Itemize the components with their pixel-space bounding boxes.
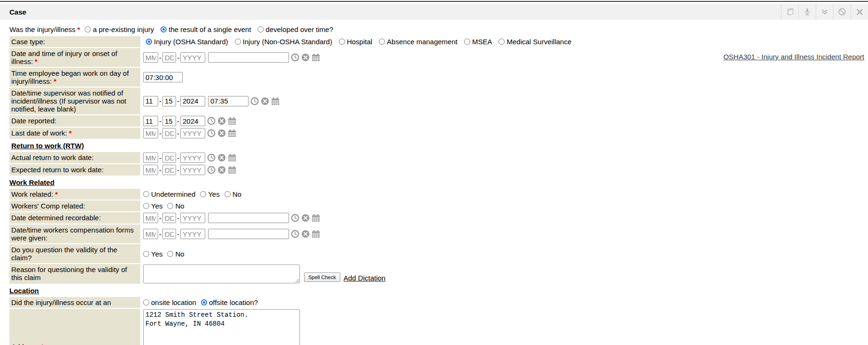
radio-icon[interactable] <box>167 251 173 257</box>
month-input[interactable] <box>143 128 158 138</box>
calendar-icon[interactable] <box>312 230 320 238</box>
calendar-icon[interactable] <box>228 153 236 162</box>
day-input[interactable] <box>162 116 176 126</box>
month-input[interactable] <box>143 52 158 63</box>
clear-icon[interactable] <box>217 117 226 125</box>
time-icon[interactable] <box>207 129 216 137</box>
radio-icon[interactable] <box>464 39 470 45</box>
radio-absence-management[interactable]: Absence management <box>379 38 458 46</box>
day-input[interactable] <box>162 128 176 138</box>
year-input[interactable] <box>180 152 205 163</box>
radio-selected-icon[interactable] <box>201 299 207 305</box>
clear-icon[interactable] <box>301 214 310 222</box>
year-input[interactable] <box>180 165 205 175</box>
radio-work-related-no[interactable]: No <box>225 190 241 198</box>
time-icon[interactable] <box>291 230 299 238</box>
year-input[interactable] <box>180 116 205 126</box>
radio-icon[interactable] <box>235 39 241 45</box>
month-input[interactable] <box>143 165 158 175</box>
radio-icon[interactable] <box>85 26 91 32</box>
radio-selected-icon[interactable] <box>146 39 152 45</box>
year-input[interactable] <box>180 213 205 223</box>
book-icon[interactable] <box>781 4 798 20</box>
chevron-double-down-icon[interactable] <box>816 4 833 20</box>
time-icon[interactable] <box>291 214 299 222</box>
radio-single-event[interactable]: the result of a single event <box>161 25 251 33</box>
radio-validity-yes[interactable]: Yes <box>143 250 162 258</box>
year-input[interactable] <box>180 52 205 63</box>
calendar-icon[interactable] <box>312 53 320 62</box>
time-icon[interactable] <box>291 53 299 62</box>
year-input[interactable] <box>180 229 205 239</box>
day-input[interactable] <box>162 96 176 106</box>
time-icon[interactable] <box>207 153 216 162</box>
month-input[interactable] <box>143 152 158 163</box>
calendar-icon[interactable] <box>228 129 236 137</box>
day-input[interactable] <box>162 213 176 223</box>
radio-icon[interactable] <box>167 203 173 209</box>
clear-icon[interactable] <box>301 53 310 62</box>
radio-hospital[interactable]: Hospital <box>339 38 372 46</box>
spell-check-button[interactable]: Spell Check <box>304 273 340 282</box>
radio-validity-no[interactable]: No <box>167 250 184 258</box>
calendar-icon[interactable] <box>228 117 236 125</box>
time-icon[interactable] <box>250 97 259 105</box>
clear-icon[interactable] <box>217 153 226 162</box>
calendar-icon[interactable] <box>228 166 236 174</box>
add-dictation-link[interactable]: Add Dictation <box>344 274 386 282</box>
radio-undetermined[interactable]: Undetermined <box>143 190 195 198</box>
time-input[interactable] <box>208 96 249 106</box>
time-icon[interactable] <box>207 117 216 125</box>
radio-icon[interactable] <box>143 203 149 209</box>
address-textarea[interactable]: 1212 Smith Street Station. Fort Wayne, I… <box>143 309 300 345</box>
day-input[interactable] <box>162 52 176 63</box>
month-input[interactable] <box>143 116 158 126</box>
radio-icon[interactable] <box>143 299 149 305</box>
radio-icon[interactable] <box>379 39 385 45</box>
time-began-work-input[interactable] <box>143 72 183 82</box>
year-input[interactable] <box>180 96 205 106</box>
radio-selected-icon[interactable] <box>161 26 167 32</box>
clear-icon[interactable] <box>301 230 310 238</box>
radio-icon[interactable] <box>257 26 264 32</box>
radio-onsite-location[interactable]: onsite location <box>143 298 196 306</box>
radio-icon[interactable] <box>143 191 149 197</box>
ban-icon[interactable] <box>833 4 851 20</box>
radio-medical-surveillance[interactable]: Medical Surveillance <box>498 38 571 46</box>
month-input[interactable] <box>143 213 158 223</box>
time-input[interactable] <box>208 213 289 223</box>
validity-reason-textarea[interactable] <box>143 265 300 283</box>
month-input[interactable] <box>143 96 158 106</box>
section-heading-location: Location <box>9 285 715 296</box>
radio-work-related-yes[interactable]: Yes <box>200 190 219 198</box>
radio-offsite-location[interactable]: offsite location? <box>201 298 258 306</box>
day-input[interactable] <box>162 165 176 175</box>
clear-icon[interactable] <box>217 129 226 137</box>
radio-wc-yes[interactable]: Yes <box>143 202 162 210</box>
radio-icon[interactable] <box>339 39 345 45</box>
radio-pre-existing-injury[interactable]: a pre-existing injury <box>85 25 154 33</box>
radio-msea[interactable]: MSEA <box>464 38 492 46</box>
radio-icon[interactable] <box>498 39 505 45</box>
clear-icon[interactable] <box>261 97 269 105</box>
month-input[interactable] <box>143 229 158 239</box>
day-input[interactable] <box>162 229 176 239</box>
calendar-icon[interactable] <box>271 97 280 105</box>
day-input[interactable] <box>162 152 176 163</box>
radio-icon[interactable] <box>225 191 231 197</box>
radio-injury-osha[interactable]: Injury (OSHA Standard) <box>146 38 228 46</box>
close-icon[interactable] <box>851 4 868 20</box>
radio-developed-over-time[interactable]: developed over time? <box>257 25 333 33</box>
radio-wc-no[interactable]: No <box>167 202 184 210</box>
calendar-icon[interactable] <box>312 214 320 222</box>
microphone-icon[interactable] <box>798 4 816 20</box>
radio-injury-non-osha[interactable]: Injury (Non-OSHA Standard) <box>235 38 332 46</box>
osha301-report-link[interactable]: OSHA301 - Injury and Illness Incident Re… <box>723 53 864 61</box>
time-input[interactable] <box>208 229 289 239</box>
radio-icon[interactable] <box>200 191 206 197</box>
radio-icon[interactable] <box>143 251 149 257</box>
year-input[interactable] <box>180 128 205 138</box>
time-input[interactable] <box>208 52 289 63</box>
time-icon[interactable] <box>207 166 216 174</box>
clear-icon[interactable] <box>217 166 226 174</box>
